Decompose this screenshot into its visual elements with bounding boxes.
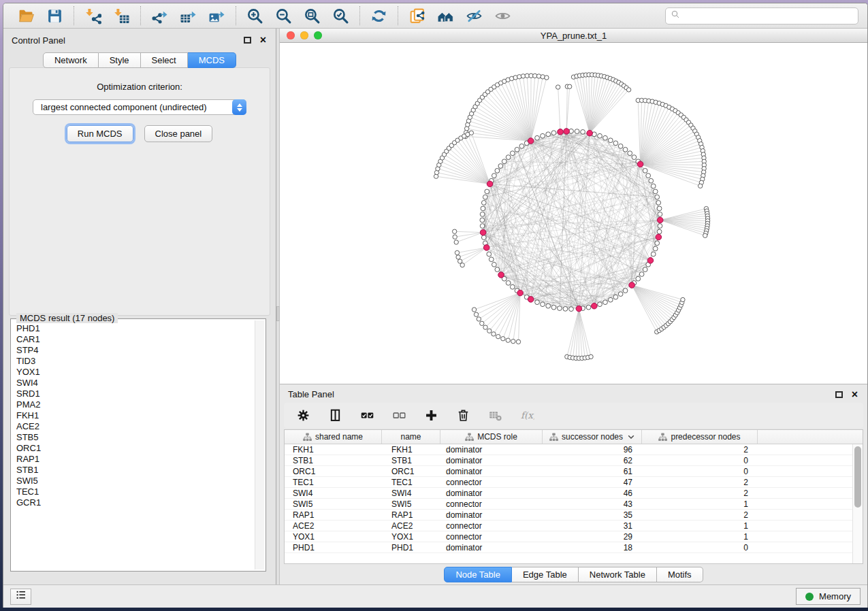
tab-motifs[interactable]: Motifs: [657, 567, 703, 582]
mcds-result-item[interactable]: STB1: [16, 465, 253, 476]
cell: 46: [543, 489, 642, 498]
first-neighbors-button[interactable]: [434, 5, 457, 27]
new-network-from-selection-icon: [408, 7, 425, 24]
mcds-result-item[interactable]: SWI5: [16, 476, 253, 486]
cell: SWI4: [382, 489, 440, 498]
tab-mcds[interactable]: MCDS: [188, 52, 236, 68]
select-all-rows-button[interactable]: [359, 408, 374, 423]
mcds-result-item[interactable]: TID3: [16, 356, 253, 367]
tab-edge-table[interactable]: Edge Table: [512, 567, 579, 582]
tab-node-table[interactable]: Node Table: [444, 567, 512, 582]
control-panel-title: Control Panel: [12, 35, 65, 46]
cell: dominator: [440, 456, 543, 465]
table-row[interactable]: FKH1FKH1dominator962: [285, 444, 863, 455]
mcds-result-item[interactable]: CAR1: [16, 334, 253, 345]
column-header-name[interactable]: name: [382, 430, 440, 444]
memory-button[interactable]: Memory: [796, 588, 861, 605]
close-table-panel-icon[interactable]: ×: [852, 391, 858, 398]
mcds-result-item[interactable]: TEC1: [16, 486, 253, 497]
delete-columns-button[interactable]: [455, 408, 470, 423]
run-mcds-button[interactable]: Run MCDS: [67, 125, 133, 142]
show-all-button[interactable]: [492, 5, 514, 27]
zoom-selected-region-button[interactable]: [329, 5, 352, 27]
cell: FKH1: [382, 445, 440, 455]
mcds-result-item[interactable]: PHD1: [16, 323, 253, 334]
function-builder-icon: f(x): [520, 408, 534, 423]
import-network-from-file-button[interactable]: [82, 5, 104, 27]
tab-network[interactable]: Network: [43, 52, 99, 68]
table-row[interactable]: SWI4SWI4dominator462: [285, 488, 863, 499]
mcds-result-item[interactable]: SWI4: [16, 378, 253, 389]
node-table: shared namenameMCDS rolesuccessor nodesp…: [284, 429, 863, 564]
network-view-window: YPA_prune.txt_1: [280, 29, 867, 384]
mcds-result-item[interactable]: STB5: [16, 432, 253, 443]
open-file-button[interactable]: [15, 5, 37, 27]
zoom-fit-content-button[interactable]: [301, 5, 323, 27]
mcds-result-item[interactable]: YOX1: [16, 367, 253, 378]
close-panel-button[interactable]: Close panel: [144, 125, 213, 142]
column-header-MCDS-role[interactable]: MCDS role: [440, 430, 543, 444]
export-network-button[interactable]: [148, 5, 171, 27]
column-header-predecessor-nodes[interactable]: predecessor nodes: [642, 430, 758, 444]
window-close-icon[interactable]: [287, 31, 295, 39]
tab-network-table[interactable]: Network Table: [579, 567, 657, 582]
float-panel-icon[interactable]: [244, 37, 251, 44]
table-scrollbar-thumb[interactable]: [854, 446, 861, 508]
close-panel-icon[interactable]: ×: [260, 37, 266, 44]
table-row[interactable]: RAP1RAP1dominator352: [285, 510, 863, 521]
zoom-out-button[interactable]: [272, 5, 295, 27]
mcds-result-item[interactable]: RAP1: [16, 454, 253, 465]
zoom-out-icon: [275, 7, 292, 24]
table-row[interactable]: TEC1TEC1connector472: [285, 477, 863, 488]
mcds-result-item[interactable]: STP4: [16, 345, 253, 356]
update-network-button[interactable]: [368, 5, 390, 27]
table-row[interactable]: STB1STB1dominator620: [285, 455, 863, 466]
tab-select[interactable]: Select: [141, 52, 188, 68]
table-settings-button[interactable]: [295, 408, 310, 423]
import-table-from-file-button[interactable]: [110, 5, 133, 27]
optimization-criterion-select[interactable]: largest connected component (undirected): [33, 99, 246, 115]
show-panels-button[interactable]: [10, 589, 31, 605]
mcds-result-list: PHD1CAR1STP4TID3YOX1SWI4SRD1PMA2FKH1ACE2…: [13, 321, 253, 569]
network-canvas[interactable]: [280, 43, 867, 384]
cell: connector: [440, 478, 543, 487]
window-zoom-icon[interactable]: [314, 31, 322, 39]
mcds-result-item[interactable]: ACE2: [16, 421, 253, 432]
table-row[interactable]: SWI5SWI5connector431: [285, 499, 863, 510]
cell: dominator: [440, 489, 543, 498]
hide-selected-button[interactable]: [463, 5, 485, 27]
create-column-button[interactable]: [423, 408, 438, 423]
float-table-panel-icon[interactable]: [835, 391, 843, 398]
network-graph[interactable]: [280, 43, 867, 384]
table-row[interactable]: YOX1YOX1connector291: [285, 531, 863, 542]
export-table-button[interactable]: [177, 5, 199, 27]
window-minimize-icon[interactable]: [300, 31, 308, 39]
cell: SWI4: [285, 489, 382, 498]
mcds-result-item[interactable]: SRD1: [16, 389, 253, 399]
table-scrollbar[interactable]: [852, 444, 863, 563]
mcds-result-item[interactable]: PMA2: [16, 399, 253, 410]
cell: TEC1: [382, 478, 440, 487]
table-row[interactable]: PHD1PHD1dominator180: [285, 542, 863, 553]
tab-style[interactable]: Style: [99, 52, 141, 68]
export-image-button[interactable]: [206, 5, 228, 27]
mcds-result-item[interactable]: FKH1: [16, 410, 253, 421]
mcds-result-item[interactable]: GCR1: [16, 497, 253, 508]
deselect-all-rows-button[interactable]: [391, 408, 406, 423]
column-header-shared-name[interactable]: shared name: [285, 430, 382, 444]
search-box[interactable]: [665, 7, 858, 24]
table-row[interactable]: ORC1ORC1dominator610: [285, 466, 863, 477]
column-header-successor-nodes[interactable]: successor nodes: [543, 430, 642, 444]
save-session-button[interactable]: [44, 5, 66, 27]
cell: 31: [543, 521, 642, 531]
mcds-result-scrollbar[interactable]: [255, 320, 264, 569]
table-row[interactable]: ACE2ACE2connector311: [285, 521, 863, 531]
search-input[interactable]: [685, 10, 853, 22]
split-panel-button[interactable]: [327, 408, 342, 423]
zoom-in-button[interactable]: [244, 5, 266, 27]
cell: YOX1: [285, 532, 382, 542]
cell: ACE2: [285, 521, 382, 531]
new-network-from-selection-button[interactable]: [406, 5, 428, 27]
mcds-result-item[interactable]: ORC1: [16, 443, 253, 454]
cell: 0: [642, 543, 758, 552]
